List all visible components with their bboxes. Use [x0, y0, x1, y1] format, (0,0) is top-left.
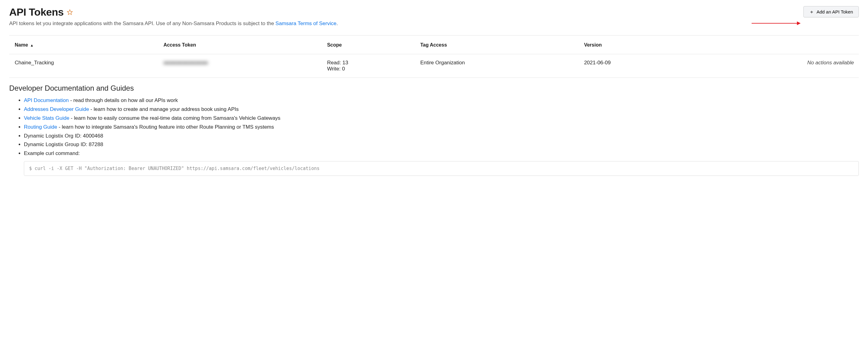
svg-marker-0: [67, 9, 72, 14]
col-tag-access[interactable]: Tag Access: [415, 35, 579, 54]
cell-access-token: oooooooooooooo: [159, 54, 322, 78]
subtitle-suffix: .: [336, 21, 338, 26]
docs-list: API Documentation - read through details…: [9, 96, 859, 158]
org-id-text: Dynamic Logistix Org ID: 4000468: [24, 133, 103, 139]
cell-name: Chaine_Tracking: [9, 54, 159, 78]
subtitle: API tokens let you integrate application…: [9, 21, 859, 27]
vehicle-stats-guide-link[interactable]: Vehicle Stats Guide: [24, 115, 69, 121]
api-documentation-link[interactable]: API Documentation: [24, 97, 69, 103]
sort-asc-icon: ▲: [30, 43, 34, 48]
subtitle-prefix: API tokens let you integrate application…: [9, 21, 275, 26]
list-item: Routing Guide - learn how to integrate S…: [24, 123, 859, 132]
col-version[interactable]: Version: [579, 35, 689, 54]
list-item: Example curl command:: [24, 149, 859, 158]
cell-actions: No actions available: [689, 54, 859, 78]
scope-write: Write: 0: [327, 66, 410, 72]
col-scope[interactable]: Scope: [322, 35, 415, 54]
tokens-table: Name ▲ Access Token Scope Tag Access Ver…: [9, 35, 859, 78]
cell-tag-access: Entire Organization: [415, 54, 579, 78]
list-item: Dynamic Logistix Org ID: 4000468: [24, 132, 859, 141]
header-row: API Tokens ＋ Add an API Token: [9, 6, 859, 18]
add-api-token-button[interactable]: ＋ Add an API Token: [803, 6, 859, 18]
add-button-label: Add an API Token: [816, 9, 853, 14]
scope-read: Read: 13: [327, 60, 410, 66]
list-item: Dynamic Logistix Group ID: 87288: [24, 140, 859, 149]
terms-of-service-link[interactable]: Samsara Terms of Service: [275, 21, 336, 26]
favorite-star-icon[interactable]: [67, 9, 73, 15]
header-area: API Tokens ＋ Add an API Token API tokens…: [9, 6, 859, 27]
title-wrap: API Tokens: [9, 6, 73, 18]
docs-title: Developer Documentation and Guides: [9, 84, 859, 93]
routing-guide-link[interactable]: Routing Guide: [24, 124, 57, 130]
col-actions: [689, 35, 859, 54]
addresses-guide-link[interactable]: Addresses Developer Guide: [24, 106, 89, 112]
plus-icon: ＋: [809, 9, 814, 14]
list-item: Vehicle Stats Guide - learn how to easil…: [24, 114, 859, 123]
docs-section: Developer Documentation and Guides API D…: [9, 84, 859, 176]
annotation-arrow: [752, 23, 798, 24]
cell-scope: Read: 13 Write: 0: [322, 54, 415, 78]
masked-token: oooooooooooooo: [163, 60, 208, 66]
group-id-text: Dynamic Logistix Group ID: 87288: [24, 142, 103, 147]
page-title: API Tokens: [9, 6, 64, 18]
list-item: API Documentation - read through details…: [24, 96, 859, 105]
col-name[interactable]: Name ▲: [9, 35, 159, 54]
table-row: Chaine_Tracking oooooooooooooo Read: 13 …: [9, 54, 859, 78]
example-curl-label: Example curl command:: [24, 150, 80, 156]
cell-version: 2021-06-09: [579, 54, 689, 78]
col-access-token[interactable]: Access Token: [159, 35, 322, 54]
table-header: Name ▲ Access Token Scope Tag Access Ver…: [9, 35, 859, 54]
list-item: Addresses Developer Guide - learn how to…: [24, 105, 859, 114]
curl-code-box[interactable]: $ curl -i -X GET -H "Authorization: Bear…: [24, 161, 859, 176]
